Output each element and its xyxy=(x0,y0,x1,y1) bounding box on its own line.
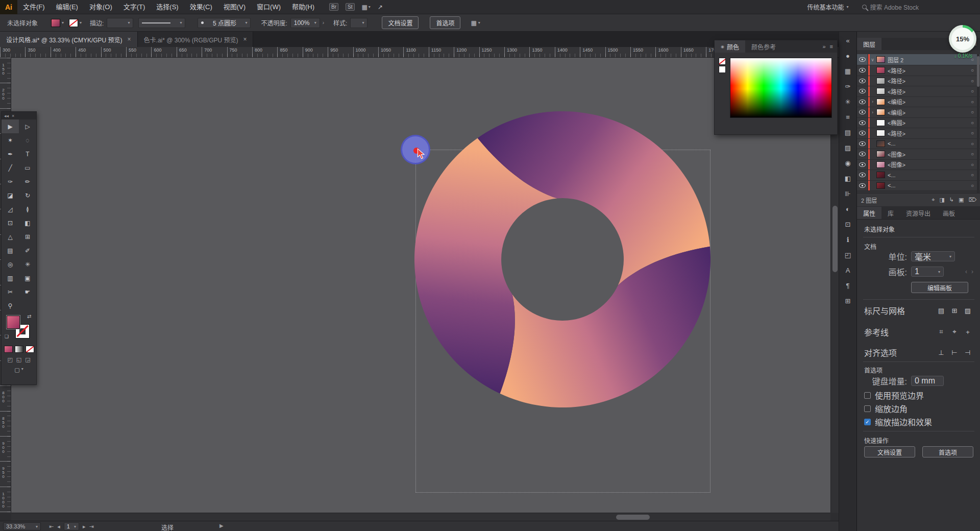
canvas[interactable] xyxy=(11,58,830,513)
preferences-button[interactable]: 首选项 xyxy=(430,16,460,29)
arrange-documents-icon[interactable]: ▦▾ xyxy=(362,4,371,11)
panel-transform-icon[interactable]: ⊡ xyxy=(841,218,854,230)
checkbox-row[interactable]: ✓ 缩放边角 xyxy=(864,402,908,415)
previous-artboard-dim-icon[interactable]: ‹ xyxy=(965,268,967,275)
zoom-level-dropdown[interactable]: 33.33%▾ xyxy=(3,522,41,530)
checkbox-row[interactable]: ✓ 使用预览边界 xyxy=(864,389,924,401)
screen-mode-button[interactable]: ▢▾ xyxy=(2,365,36,375)
show-rulers-icon[interactable]: ▤ xyxy=(936,305,947,316)
new-sublayer-icon[interactable]: ↳ xyxy=(949,197,954,203)
visibility-toggle-icon[interactable] xyxy=(857,107,868,117)
menu-item-5[interactable]: 选择(S) xyxy=(151,0,184,14)
status-expander-icon[interactable]: ▶ xyxy=(219,523,224,528)
stroke-none-mini-swatch[interactable] xyxy=(719,58,726,65)
tools-panel-titlebar[interactable]: ◂◂ × xyxy=(2,112,36,119)
panel-info-icon[interactable]: ℹ xyxy=(841,233,854,246)
panel-symbols-icon[interactable]: ✳ xyxy=(841,95,854,108)
fill-color-control[interactable]: ▾ xyxy=(51,19,64,27)
app-logo-icon[interactable]: Ai xyxy=(0,0,17,14)
hand-tool[interactable]: ☛ xyxy=(19,285,36,299)
tab-artboards[interactable]: 画板 xyxy=(937,207,961,219)
expand-chevron-icon[interactable]: ∨ xyxy=(870,57,875,62)
show-guides-icon[interactable]: ⌗ xyxy=(936,327,947,337)
menu-item-3[interactable]: 对象(O) xyxy=(84,0,118,14)
target-circle-icon[interactable]: ○ xyxy=(967,183,977,188)
stroke-none-swatch[interactable] xyxy=(69,19,78,27)
collapse-panels-icon[interactable]: « xyxy=(841,34,854,46)
snap-to-point-icon[interactable]: ⊢ xyxy=(949,347,960,357)
draw-inside-icon[interactable]: ◲ xyxy=(25,356,30,363)
gradient-mode-button[interactable] xyxy=(15,346,23,353)
edit-artboards-button[interactable]: 编辑画板 xyxy=(911,282,968,293)
artboard-tool[interactable]: ▣ xyxy=(19,271,36,285)
target-circle-icon[interactable]: ○ xyxy=(967,109,977,115)
tab-libraries[interactable]: 库 xyxy=(881,207,900,219)
artboard-dropdown[interactable]: 1▾ xyxy=(911,267,944,277)
target-circle-icon[interactable]: ○ xyxy=(967,88,977,94)
target-circle-icon[interactable]: ○ xyxy=(967,120,977,126)
stroke-weight-field[interactable]: ▾ xyxy=(107,18,133,28)
selection-tool[interactable]: ▶ xyxy=(2,119,19,133)
pen-tool[interactable]: ✒ xyxy=(2,147,19,161)
checkbox-preview-bounds[interactable]: ✓ xyxy=(864,392,871,399)
visibility-toggle-icon[interactable] xyxy=(857,149,868,159)
opacity-panel-chevron-icon[interactable]: › xyxy=(323,20,324,26)
style-dropdown[interactable]: ▾ xyxy=(350,18,368,28)
next-artboard-icon[interactable]: ▸ xyxy=(83,523,86,530)
locate-object-icon[interactable]: ⌖ xyxy=(932,197,935,203)
menu-item-1[interactable]: 文件(F) xyxy=(17,0,51,14)
layer-row[interactable]: <路径>○ xyxy=(857,86,980,97)
panel-swatches-icon[interactable]: ▦ xyxy=(841,65,854,77)
layer-row[interactable]: <...○ xyxy=(857,170,980,181)
layer-row[interactable]: <路径>○ xyxy=(857,128,980,139)
layer-row[interactable]: ›<编组>○ xyxy=(857,107,980,118)
expand-chevron-icon[interactable]: › xyxy=(870,110,875,115)
menu-item-6[interactable]: 效果(C) xyxy=(184,0,218,14)
direct-selection-tool[interactable]: ▷ xyxy=(19,119,36,133)
layers-scrollbar[interactable] xyxy=(977,54,979,193)
empty-slot[interactable] xyxy=(19,299,36,312)
blend-tool[interactable]: ◎ xyxy=(2,257,19,271)
fill-indicator[interactable] xyxy=(7,316,20,329)
line-segment-tool[interactable]: ╱ xyxy=(2,161,19,175)
fill-white-mini-swatch[interactable] xyxy=(719,66,726,73)
stock-search[interactable]: 搜索 Adobe Stock xyxy=(862,3,919,11)
tab-properties[interactable]: 属性 xyxy=(857,207,881,219)
panel-navigator-icon[interactable]: ◰ xyxy=(841,249,854,261)
mesh-tool[interactable]: ⊞ xyxy=(19,230,36,244)
target-circle-icon[interactable]: ○ xyxy=(967,67,977,73)
document-setup-button[interactable]: 文档设置 xyxy=(382,16,419,29)
target-circle-icon[interactable]: ○ xyxy=(967,130,977,136)
magic-wand-tool[interactable]: ✶ xyxy=(2,133,19,147)
stroke-profile-dropdown[interactable]: ▾ xyxy=(138,18,185,28)
show-grid-icon[interactable]: ⊞ xyxy=(949,305,960,316)
none-mode-button[interactable] xyxy=(26,346,34,353)
panel-graphic-styles-icon[interactable]: ◧ xyxy=(841,172,854,184)
snap-to-pixel-icon[interactable]: ⊣ xyxy=(962,347,973,357)
document-tab-inactive[interactable]: 色卡.ai* @ 300% (RGB/GPU 预览)× xyxy=(138,32,254,47)
panel-brushes-icon[interactable]: ✑ xyxy=(841,80,854,92)
visibility-toggle-icon[interactable] xyxy=(857,139,868,149)
tab-color-guide[interactable]: 颜色参考 xyxy=(745,40,782,53)
panel-transparency-icon[interactable]: ▨ xyxy=(841,141,854,154)
show-transparency-grid-icon[interactable]: ▨ xyxy=(962,305,973,316)
bridge-icon[interactable]: Br xyxy=(329,3,338,11)
collapse-panel-icon[interactable]: » xyxy=(822,43,825,50)
next-artboard-dim-icon[interactable]: › xyxy=(971,268,973,275)
menu-item-8[interactable]: 窗口(W) xyxy=(251,0,286,14)
slice-tool[interactable]: ✂ xyxy=(2,285,19,299)
visibility-toggle-icon[interactable] xyxy=(857,86,868,96)
eraser-tool[interactable]: ◪ xyxy=(2,188,19,202)
menu-item-9[interactable]: 帮助(H) xyxy=(286,0,320,14)
workspace-switcher[interactable]: 传统基本功能▾ xyxy=(807,3,849,11)
target-circle-icon[interactable]: ○ xyxy=(967,162,977,167)
default-fill-stroke-icon[interactable]: ❏ xyxy=(5,334,9,339)
visibility-toggle-icon[interactable] xyxy=(857,181,868,191)
close-toolbar-icon[interactable]: × xyxy=(12,113,14,118)
quick-preferences-button[interactable]: 首选项 xyxy=(922,446,973,457)
panel-links-icon[interactable]: ⊞ xyxy=(841,295,854,307)
scale-tool[interactable]: ◿ xyxy=(2,202,19,216)
visibility-toggle-icon[interactable] xyxy=(857,54,868,65)
paintbrush-tool[interactable]: ✑ xyxy=(2,175,19,188)
visibility-toggle-icon[interactable] xyxy=(857,76,868,86)
